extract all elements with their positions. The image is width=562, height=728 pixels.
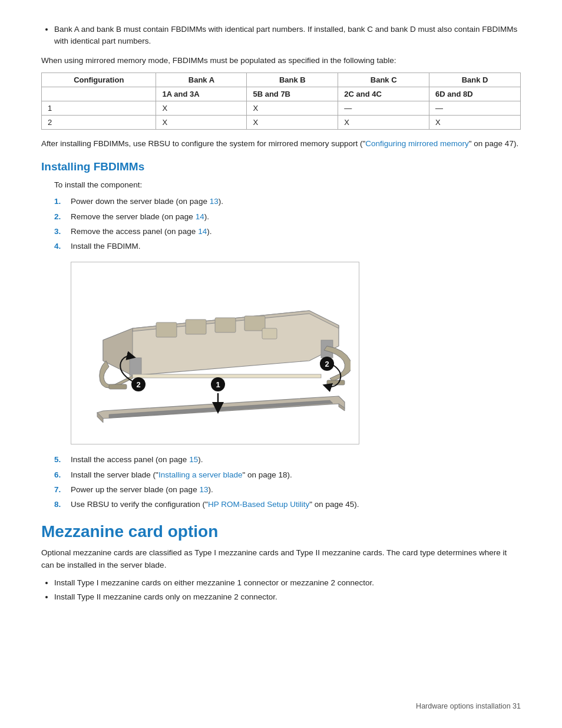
step-6-link[interactable]: Installing a server blade <box>158 470 243 479</box>
install-steps-list: 1. Power down the server blade (on page … <box>54 196 521 252</box>
row1-bankd: — <box>429 101 521 115</box>
step-3-num: 3. <box>54 226 71 238</box>
step-5-text: Install the access panel (on page 15). <box>71 454 203 466</box>
row2-bankc: X <box>338 115 429 129</box>
step-1-link[interactable]: 13 <box>210 197 219 206</box>
subheader-bankb: 5B and 7B <box>247 87 338 101</box>
subheader-bankd: 6D and 8D <box>429 87 521 101</box>
subheader-banka: 1A and 3A <box>156 87 247 101</box>
step-8-text: Use RBSU to verify the configuration ("H… <box>71 499 359 510</box>
step-6: 6. Install the server blade ("Installing… <box>54 469 521 481</box>
page-footer: Hardware options installation 31 <box>416 702 521 710</box>
row2-config: 2 <box>42 115 156 129</box>
step-8: 8. Use RBSU to verify the configuration … <box>54 499 521 510</box>
table-subheader-row: 1A and 3A 5B and 7B 2C and 4C 6D and 8D <box>42 87 521 101</box>
step-7-num: 7. <box>54 484 71 496</box>
row2-banka: X <box>156 115 247 129</box>
svg-rect-5 <box>109 384 127 389</box>
step-1-text: Power down the server blade (on page 13)… <box>71 196 223 207</box>
step-3: 3. Remove the access panel (on page 14). <box>54 226 521 238</box>
table-row: 2 X X X X <box>42 115 521 129</box>
svg-rect-10 <box>244 316 265 331</box>
mezzanine-bullet-list: Install Type I mezzanine cards on either… <box>41 577 521 604</box>
svg-rect-7 <box>156 322 177 337</box>
fbdimm-svg: 1 2 2 <box>80 269 351 437</box>
step-4: 4. Install the FBDIMM. <box>54 241 521 252</box>
col-header-bankd: Bank D <box>429 73 521 87</box>
row1-bankb: X <box>247 101 338 115</box>
step-intro: To install the component: <box>54 179 521 191</box>
row2-bankb: X <box>247 115 338 129</box>
row2-bankd: X <box>429 115 521 129</box>
mezzanine-card-heading: Mezzanine card option <box>41 522 521 541</box>
step-7-link[interactable]: 13 <box>199 485 208 494</box>
configuring-mirrored-memory-link[interactable]: Configuring mirrored memory <box>365 139 469 148</box>
step-3-link[interactable]: 14 <box>198 227 207 236</box>
installing-fbdimms-body: To install the component: 1. Power down … <box>54 179 521 510</box>
step-1-num: 1. <box>54 196 71 207</box>
step-2-link[interactable]: 14 <box>196 212 204 221</box>
row1-banka: X <box>156 101 247 115</box>
mezzanine-intro: Optional mezzanine cards are classified … <box>41 547 521 571</box>
col-header-config: Configuration <box>42 73 156 87</box>
svg-rect-6 <box>327 380 345 385</box>
svg-text:2: 2 <box>325 360 329 368</box>
after-table-before-link: After installing FBDIMMs, use RBSU to co… <box>41 139 518 148</box>
bullet-item-1: Bank A and bank B must contain FBDIMMs w… <box>54 24 521 48</box>
step-6-text: Install the server blade ("Installing a … <box>71 469 292 481</box>
table-header-row: Configuration Bank A Bank B Bank C Bank … <box>42 73 521 87</box>
subheader-bankc: 2C and 4C <box>338 87 429 101</box>
step-5-link[interactable]: 15 <box>189 455 198 464</box>
col-header-bankb: Bank B <box>247 73 338 87</box>
step-8-link[interactable]: HP ROM-Based Setup Utility <box>208 500 309 509</box>
step-2: 2. Remove the server blade (on page 14). <box>54 211 521 223</box>
step-5: 5. Install the access panel (on page 15)… <box>54 454 521 466</box>
after-table-text: After installing FBDIMMs, use RBSU to co… <box>41 138 521 150</box>
table-intro-text: When using mirrored memory mode, FBDIMMs… <box>41 55 521 67</box>
row1-config: 1 <box>42 101 156 115</box>
step-6-num: 6. <box>54 469 71 481</box>
config-table: Configuration Bank A Bank B Bank C Bank … <box>41 73 521 130</box>
svg-rect-9 <box>215 318 236 332</box>
svg-rect-8 <box>186 319 206 334</box>
subheader-config <box>42 87 156 101</box>
fbdimm-diagram: 1 2 2 <box>71 262 359 444</box>
col-header-banka: Bank A <box>156 73 247 87</box>
svg-text:2: 2 <box>136 380 140 389</box>
step-4-num: 4. <box>54 241 71 252</box>
col-header-bankc: Bank C <box>338 73 429 87</box>
table-row: 1 X X — — <box>42 101 521 115</box>
svg-rect-12 <box>133 374 321 378</box>
row1-bankc: — <box>338 101 429 115</box>
installing-fbdimms-heading: Installing FBDIMMs <box>41 160 521 173</box>
step-8-num: 8. <box>54 499 71 510</box>
svg-rect-3 <box>130 358 141 375</box>
footer-text: Hardware options installation 31 <box>416 702 521 710</box>
top-bullet-list: Bank A and bank B must contain FBDIMMs w… <box>41 24 521 48</box>
svg-text:1: 1 <box>216 380 220 389</box>
mezzanine-bullet-2: Install Type II mezzanine cards only on … <box>54 591 521 603</box>
step-7: 7. Power up the server blade (on page 13… <box>54 484 521 496</box>
svg-rect-11 <box>262 328 277 339</box>
step-2-num: 2. <box>54 211 71 223</box>
step-1: 1. Power down the server blade (on page … <box>54 196 521 207</box>
step-2-text: Remove the server blade (on page 14). <box>71 211 209 223</box>
step-4-text: Install the FBDIMM. <box>71 241 141 252</box>
install-steps-list-2: 5. Install the access panel (on page 15)… <box>54 454 521 510</box>
step-5-num: 5. <box>54 454 71 466</box>
step-7-text: Power up the server blade (on page 13). <box>71 484 213 496</box>
step-3-text: Remove the access panel (on page 14). <box>71 226 211 238</box>
mezzanine-bullet-1: Install Type I mezzanine cards on either… <box>54 577 521 589</box>
